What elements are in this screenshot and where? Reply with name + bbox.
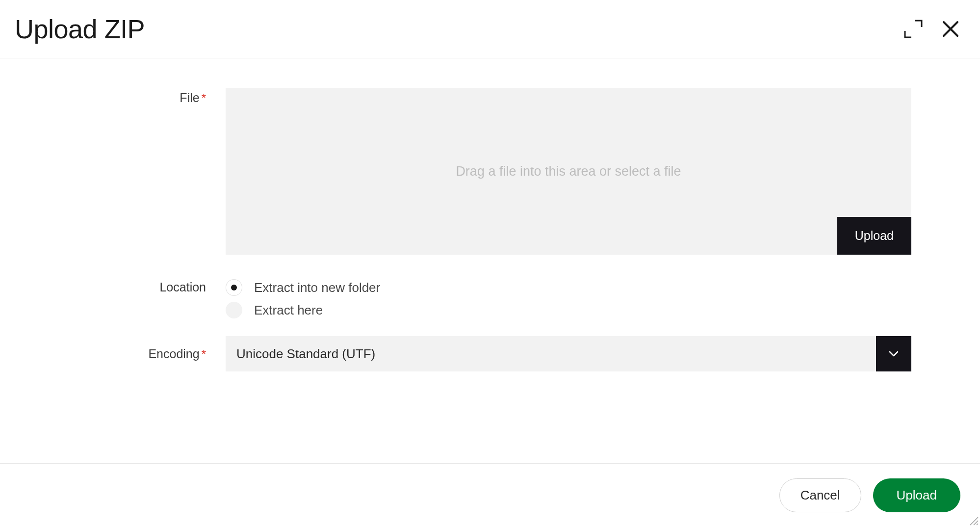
cancel-button[interactable]: Cancel xyxy=(779,478,861,512)
dropzone-placeholder: Drag a file into this area or select a f… xyxy=(456,164,681,179)
chevron-down-icon xyxy=(887,347,900,360)
radio-label: Extract here xyxy=(254,303,323,318)
close-icon xyxy=(941,19,960,39)
encoding-select[interactable]: Unicode Standard (UTF) xyxy=(226,336,911,371)
dialog-footer: Cancel Upload xyxy=(0,463,980,527)
radio-icon xyxy=(226,302,242,318)
radio-extract-new-folder[interactable]: Extract into new folder xyxy=(226,279,911,296)
radio-icon xyxy=(226,279,242,296)
dropzone-upload-button[interactable]: Upload xyxy=(837,217,911,255)
dialog-title: Upload ZIP xyxy=(15,14,145,44)
submit-upload-button[interactable]: Upload xyxy=(873,478,960,512)
radio-label: Extract into new folder xyxy=(254,280,380,295)
select-caret-button[interactable] xyxy=(876,336,911,371)
dialog-header: Upload ZIP xyxy=(0,0,980,58)
header-actions xyxy=(903,18,960,40)
file-row: File* Drag a file into this area or sele… xyxy=(0,88,911,255)
file-dropzone[interactable]: Drag a file into this area or select a f… xyxy=(226,88,911,255)
dialog-body: File* Drag a file into this area or sele… xyxy=(0,58,980,463)
encoding-row: Encoding* Unicode Standard (UTF) xyxy=(0,336,911,371)
required-mark: * xyxy=(202,347,206,361)
encoding-value: Unicode Standard (UTF) xyxy=(226,336,876,371)
encoding-label: Encoding xyxy=(148,347,199,361)
maximize-icon xyxy=(903,18,924,40)
upload-zip-dialog: Upload ZIP File* Drag a file int xyxy=(0,0,980,527)
location-radio-group: Extract into new folder Extract here xyxy=(226,277,911,318)
required-mark: * xyxy=(202,91,206,105)
location-label: Location xyxy=(159,280,206,294)
location-row: Location Extract into new folder Extract… xyxy=(0,277,911,318)
radio-extract-here[interactable]: Extract here xyxy=(226,302,911,318)
close-button[interactable] xyxy=(941,19,960,39)
file-label: File xyxy=(180,91,199,105)
resize-handle-icon[interactable] xyxy=(968,515,979,526)
maximize-button[interactable] xyxy=(903,18,924,40)
